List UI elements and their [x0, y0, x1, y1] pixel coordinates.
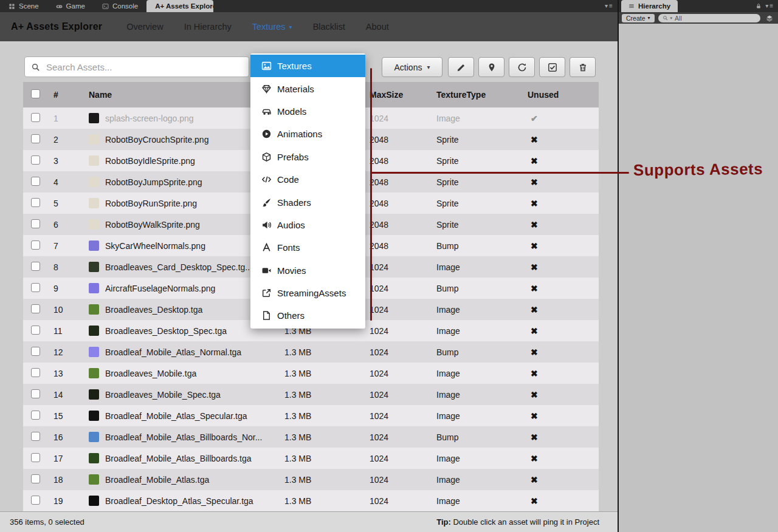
asset-texture-type: Image [436, 475, 528, 485]
asset-thumbnail [89, 453, 99, 463]
row-checkbox[interactable] [31, 134, 40, 143]
pencil-icon [456, 63, 466, 72]
window-tab-game[interactable]: Game [47, 0, 94, 12]
select-all-checkbox[interactable] [31, 89, 40, 98]
actions-button[interactable]: Actions ▾ [382, 57, 442, 77]
window-tab-label: Console [112, 2, 138, 10]
menu-item-audios[interactable]: Audios [250, 214, 365, 236]
caret-down-icon: ▾ [648, 15, 650, 21]
row-checkbox[interactable] [31, 389, 40, 398]
code-icon [261, 174, 272, 185]
menu-item-shaders[interactable]: Shaders [250, 191, 365, 213]
menu-item-textures[interactable]: Textures [250, 55, 365, 77]
table-row[interactable]: 17Broadleaf_Mobile_Atlas_Billboards.tga1… [23, 448, 599, 469]
row-checkbox[interactable] [31, 198, 40, 207]
pin-button[interactable] [478, 57, 504, 77]
tab-hierarchy[interactable]: Hierarchy [621, 0, 678, 12]
row-checkbox[interactable] [31, 496, 40, 505]
trash-button[interactable] [570, 57, 596, 77]
menu-item-prefabs[interactable]: Prefabs [250, 146, 365, 168]
window-tab-scene[interactable]: Scene [0, 0, 47, 12]
menu-item-others[interactable]: Others [250, 304, 365, 327]
hierarchy-options-button[interactable] [764, 13, 775, 22]
table-row[interactable]: 15Broadleaf_Mobile_Atlas_Specular.tga1.3… [23, 405, 599, 426]
nav-label: About [366, 22, 389, 32]
row-checkbox[interactable] [31, 326, 40, 335]
unused-cross-icon: ✖ [528, 369, 538, 378]
menu-item-animations[interactable]: Animations [250, 123, 365, 145]
asset-name: RobotBoyWalkSprite.png [105, 220, 200, 230]
unused-cross-icon: ✖ [528, 284, 538, 293]
asset-texture-type: Sprite [436, 135, 528, 145]
asset-maxsize: 2048 [370, 220, 436, 230]
refresh-button[interactable] [509, 57, 535, 77]
row-checkbox[interactable] [31, 113, 40, 122]
unused-cross-icon: ✖ [528, 305, 538, 315]
table-row[interactable]: 19Broadleaf_Desktop_Atlas_Specular.tga1.… [23, 490, 599, 511]
row-index: 4 [49, 177, 89, 187]
menu-item-code[interactable]: Code [250, 168, 365, 191]
main-nav: OverviewIn HierarchyTextures▾BlacklistAb… [126, 22, 410, 32]
asset-name: Broadleaf_Mobile_Atlas_Normal.tga [105, 347, 241, 357]
panel-menu-icon[interactable]: ▾≡ [605, 2, 614, 9]
hierarchy-panel: Create ▾ ▾ All [619, 12, 778, 532]
row-checkbox[interactable] [31, 347, 40, 356]
row-checkbox[interactable] [31, 283, 40, 292]
window-tab-console[interactable]: Console [94, 0, 146, 12]
row-checkbox[interactable] [31, 304, 40, 313]
row-checkbox[interactable] [31, 177, 40, 186]
menu-item-models[interactable]: Models [250, 100, 365, 123]
col-header-num[interactable]: # [49, 90, 89, 100]
menu-item-streamingassets[interactable]: StreamingAssets [250, 282, 365, 304]
nav-in-hierarchy[interactable]: In Hierarchy [184, 22, 232, 32]
pencil-button[interactable] [448, 57, 474, 77]
asset-thumbnail [89, 155, 99, 166]
lock-icon[interactable] [756, 3, 762, 9]
nav-label: Overview [126, 22, 163, 32]
table-row[interactable]: 18Broadleaf_Mobile_Atlas.tga1.3 MB1024Im… [23, 469, 599, 490]
car-icon [261, 106, 272, 117]
row-index: 17 [49, 454, 89, 463]
create-button[interactable]: Create ▾ [622, 14, 655, 22]
row-checkbox[interactable] [31, 453, 40, 462]
search-input[interactable] [45, 61, 243, 73]
window-tab-a-assets-explorer[interactable]: A+ Assets Explorer [146, 0, 213, 12]
table-row[interactable]: 13Broadleaves_Mobile.tga1.3 MB1024Image✖ [23, 363, 599, 384]
unused-cross-icon: ✖ [528, 241, 538, 251]
row-checkbox[interactable] [31, 368, 40, 377]
asset-search[interactable] [24, 56, 249, 77]
nav-overview[interactable]: Overview [126, 22, 163, 32]
nav-textures[interactable]: Textures▾ [252, 22, 292, 32]
unity-window: SceneGameConsoleA+ Assets Explorer ▾≡ Hi… [0, 0, 778, 532]
unused-cross-icon: ✖ [528, 432, 538, 442]
row-checkbox[interactable] [31, 411, 40, 420]
menu-item-movies[interactable]: Movies [250, 259, 365, 282]
row-checkbox[interactable] [31, 432, 40, 441]
hierarchy-search[interactable]: ▾ All [658, 14, 760, 22]
asset-name: Broadleaves_Mobile.tga [105, 369, 196, 378]
panel-menu-icon[interactable]: ▾≡ [765, 2, 774, 9]
check-square-button[interactable] [539, 57, 565, 77]
row-checkbox[interactable] [31, 219, 40, 228]
menu-item-label: StreamingAssets [277, 288, 346, 298]
row-checkbox[interactable] [31, 262, 40, 271]
menu-item-materials[interactable]: Materials [250, 77, 365, 100]
table-row[interactable]: 16Broadleaf_Mobile_Atlas_Billboards_Nor.… [23, 426, 599, 448]
col-header-maxsize[interactable]: MaxSize [370, 90, 436, 100]
nav-blacklist[interactable]: Blacklist [313, 22, 345, 32]
table-row[interactable]: 14Broadleaves_Mobile_Spec.tga1.3 MB1024I… [23, 384, 599, 405]
table-row[interactable]: 12Broadleaf_Mobile_Atlas_Normal.tga1.3 M… [23, 341, 599, 363]
asset-thumbnail [89, 368, 99, 378]
row-checkbox[interactable] [31, 474, 40, 483]
col-header-texturetype[interactable]: TextureType [436, 90, 528, 100]
asset-texture-type: Sprite [436, 199, 528, 208]
row-checkbox[interactable] [31, 240, 40, 250]
row-index: 13 [49, 369, 89, 378]
row-checkbox[interactable] [31, 155, 40, 165]
asset-maxsize: 1024 [370, 390, 436, 400]
menu-item-label: Shaders [277, 197, 311, 208]
asset-texture-type: Sprite [436, 156, 528, 166]
nav-about[interactable]: About [366, 22, 389, 32]
col-header-unused[interactable]: Unused [528, 90, 599, 100]
menu-item-fonts[interactable]: Fonts [250, 236, 365, 259]
